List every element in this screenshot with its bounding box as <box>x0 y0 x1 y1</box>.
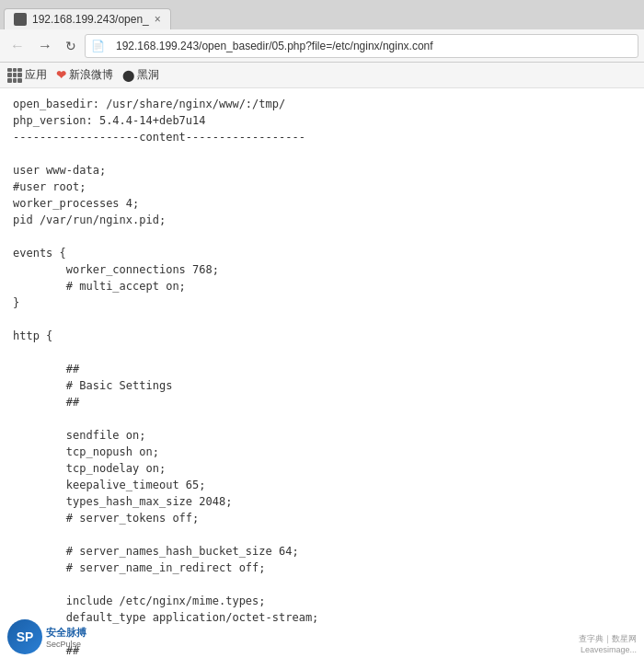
tab-bar: 192.168.199.243/open_ × <box>0 0 644 29</box>
reload-button[interactable]: ↻ <box>61 37 81 55</box>
bookmark-weibo-label: 新浪微博 <box>69 67 113 83</box>
bookmark-apps-label: 应用 <box>25 67 47 83</box>
page-content: open_basedir: /usr/share/nginx/www/:/tmp… <box>0 88 644 658</box>
nav-bar: ← → ↻ 📄 <box>0 29 644 63</box>
browser-tab[interactable]: 192.168.199.243/open_ × <box>4 8 171 29</box>
forward-button[interactable]: → <box>33 36 57 56</box>
tab-favicon <box>14 13 27 26</box>
tab-close-button[interactable]: × <box>155 13 161 26</box>
bookmark-apps[interactable]: 应用 <box>7 67 47 83</box>
content-text: open_basedir: /usr/share/nginx/www/:/tmp… <box>13 96 631 658</box>
bookmark-weibo[interactable]: ❤ 新浪微博 <box>56 67 113 83</box>
address-input[interactable] <box>109 37 632 55</box>
secure-icon: 📄 <box>91 40 105 52</box>
back-button[interactable]: ← <box>6 36 29 56</box>
blackhole-icon: ⬤ <box>122 69 134 82</box>
bookmark-blackhole-label: 黑洞 <box>137 67 159 83</box>
apps-icon <box>7 68 22 83</box>
bookmark-blackhole[interactable]: ⬤ 黑洞 <box>122 67 159 83</box>
bookmarks-bar: 应用 ❤ 新浪微博 ⬤ 黑洞 <box>0 63 644 88</box>
weibo-icon: ❤ <box>56 68 66 82</box>
tab-title: 192.168.199.243/open_ <box>32 13 149 26</box>
